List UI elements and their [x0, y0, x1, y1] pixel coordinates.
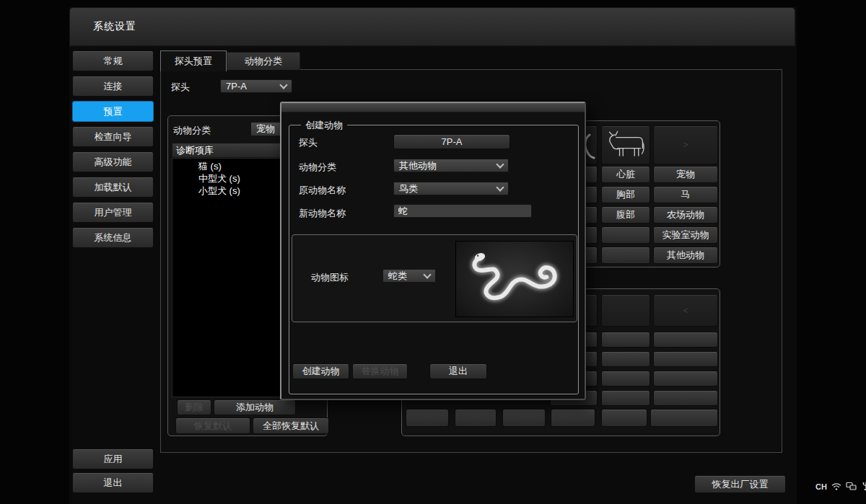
animal-type-button[interactable]: 其他动物 — [653, 247, 718, 264]
animal-type-button[interactable]: 实验室动物 — [653, 226, 718, 244]
animal-type-button[interactable]: 农场动物 — [653, 206, 718, 224]
dual-screen-icon — [846, 482, 857, 491]
new-animal-name-input[interactable] — [393, 204, 532, 218]
title-bar: 系统设置 — [69, 7, 795, 46]
animal-icon-select-value: 蛇类 — [388, 270, 407, 283]
dialog-probe-value: 7P-A — [393, 134, 510, 149]
cow-icon-button[interactable] — [601, 125, 650, 164]
preset-slot-button[interactable] — [551, 409, 595, 427]
dialog-exit-button[interactable]: 退出 — [429, 363, 487, 379]
preset-slot-button[interactable] — [650, 409, 718, 427]
exit-button[interactable]: 退出 — [72, 472, 154, 493]
usb-icon — [861, 482, 866, 491]
preset-slot-button[interactable] — [502, 409, 546, 427]
dialog-group-title: 创建动物 — [301, 119, 347, 132]
preset-slot-button[interactable] — [601, 409, 647, 427]
dialog-category-select-value: 其他动物 — [399, 159, 437, 172]
preset-slot-button[interactable] — [455, 409, 497, 427]
preset-slot-button[interactable] — [653, 332, 718, 348]
probe-label: 探头 — [171, 81, 190, 94]
create-animal-dialog: 创建动物 探头 7P-A 动物分类 其他动物 原动物名称 鸟类 新动物名称 动物… — [280, 102, 586, 400]
snake-icon — [458, 244, 571, 314]
animal-type-button[interactable]: 宠物 — [653, 166, 718, 183]
sidebar-item-connect[interactable]: 连接 — [72, 76, 154, 97]
chevron-down-icon — [423, 270, 431, 278]
add-animal-button[interactable]: 添加动物 — [214, 399, 296, 415]
restore-all-default-button[interactable]: 全部恢复默认 — [253, 417, 329, 434]
preset-slot-button[interactable] — [601, 371, 650, 386]
screen: 系统设置 常规 连接 预置 检查向导 高级功能 加载默认 用户管理 系统信息 应… — [0, 0, 866, 504]
animal-icon-select[interactable]: 蛇类 — [382, 269, 436, 283]
preset-icon-button[interactable] — [601, 294, 650, 327]
preset-slot-button[interactable] — [406, 409, 449, 427]
chevron-down-icon — [496, 183, 504, 191]
sidebar-item-advanced[interactable]: 高级功能 — [72, 151, 154, 172]
dialog-source-name-label: 原动物名称 — [299, 184, 346, 197]
animal-icon-label: 动物图标 — [311, 271, 349, 284]
sidebar-item-general[interactable]: 常规 — [72, 50, 154, 71]
animal-icon-section: 动物图标 蛇类 — [292, 234, 577, 322]
dialog-new-name-label: 新动物名称 — [299, 207, 346, 220]
restore-default-button[interactable]: 恢复默认 — [175, 417, 250, 434]
sidebar-item-sys-info[interactable]: 系统信息 — [72, 227, 154, 248]
probe-select[interactable]: 7P-A — [220, 79, 292, 93]
preset-slot-button[interactable] — [601, 390, 650, 406]
animal-icon-preview — [455, 241, 574, 317]
apply-button[interactable]: 应用 — [72, 448, 154, 469]
exam-part-button[interactable]: 心脏 — [601, 166, 650, 183]
dialog-probe-label: 探头 — [299, 136, 318, 149]
sidebar-item-user-mgmt[interactable]: 用户管理 — [72, 202, 154, 223]
preset-slot-button[interactable] — [653, 390, 718, 406]
dialog-category-select[interactable]: 其他动物 — [393, 159, 509, 172]
dialog-replace-button[interactable]: 替换动物 — [352, 363, 408, 379]
dialog-category-label: 动物分类 — [299, 161, 336, 174]
sidebar-item-load-default[interactable]: 加载默认 — [72, 177, 154, 198]
dialog-title-bar[interactable] — [281, 103, 585, 112]
network-icon — [831, 482, 841, 491]
animal-category-label: 动物分类 — [173, 124, 211, 137]
exam-part-button[interactable] — [601, 226, 650, 244]
factory-reset-button[interactable]: 恢复出厂设置 — [694, 475, 786, 493]
preset-nav-back-button[interactable]: < — [653, 294, 718, 327]
page-title: 系统设置 — [93, 20, 136, 33]
dialog-source-name-select[interactable]: 鸟类 — [393, 182, 509, 195]
dialog-source-name-select-value: 鸟类 — [399, 182, 418, 195]
preset-slot-button[interactable] — [601, 332, 650, 348]
dialog-create-button[interactable]: 创建动物 — [292, 363, 349, 379]
tab-animal-category[interactable]: 动物分类 — [227, 52, 300, 70]
sidebar-item-exam-wizard[interactable]: 检查向导 — [72, 126, 154, 147]
chevron-down-icon — [496, 160, 504, 168]
exam-part-button[interactable] — [601, 247, 650, 264]
preset-slot-button[interactable] — [653, 371, 718, 386]
preset-slot-button[interactable] — [653, 351, 718, 367]
status-bar: CH — [815, 482, 866, 491]
chevron-down-icon — [279, 81, 287, 89]
animal-category-select-value: 宠物 — [256, 123, 275, 136]
delete-animal-button[interactable]: 删除 — [177, 399, 211, 415]
language-indicator: CH — [815, 482, 827, 491]
cow-icon — [604, 129, 647, 161]
animal-type-button[interactable]: 马 — [653, 186, 718, 203]
exam-part-button[interactable]: 胸部 — [601, 186, 650, 203]
probe-select-value: 7P-A — [226, 81, 247, 92]
preset-slot-button[interactable] — [601, 351, 650, 367]
exam-nav-forward-button[interactable]: > — [653, 125, 718, 164]
sidebar-item-preset[interactable]: 预置 — [72, 101, 154, 122]
exam-part-button[interactable]: 腹部 — [601, 206, 650, 224]
tab-probe-preset[interactable]: 探头预置 — [160, 50, 227, 71]
